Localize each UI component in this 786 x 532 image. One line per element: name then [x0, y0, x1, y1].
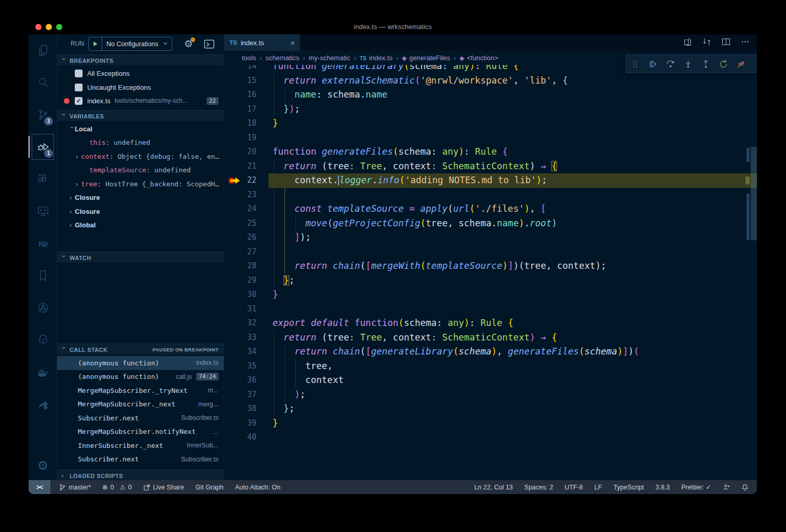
activity-item-docker[interactable] — [29, 356, 57, 388]
code-line[interactable]: 26 ]); — [224, 230, 757, 245]
code-line[interactable]: 19 — [224, 131, 757, 145]
breakpoint-checkbox[interactable] — [75, 84, 83, 91]
variable-row[interactable]: ›this: undefined — [57, 136, 224, 150]
breakpoint-row[interactable]: ✓index.tstools/schematics/my-sch...22 — [57, 94, 224, 107]
code-line[interactable]: 33 return (tree: Tree, context: Schemati… — [224, 331, 757, 345]
code-line[interactable]: 29 }; — [224, 274, 757, 288]
live-share-item[interactable]: Live Share — [143, 484, 184, 491]
activity-item-run-debug[interactable]: 1 — [29, 131, 57, 163]
activity-item-bookmarks[interactable] — [29, 260, 57, 292]
breakpoint-row[interactable]: All Exceptions — [57, 66, 224, 80]
breadcrumb-item[interactable]: schematics — [265, 54, 299, 62]
activity-item-source-control[interactable]: 3 — [29, 99, 57, 131]
variables-scope-row[interactable]: ›Closure — [57, 204, 224, 219]
breakpoint-checkbox[interactable]: ✓ — [75, 97, 83, 105]
step-out-button[interactable] — [697, 54, 714, 73]
code-line[interactable]: 31 — [224, 302, 757, 317]
code-line[interactable]: 39} — [224, 416, 757, 431]
start-debug-icon[interactable] — [89, 37, 102, 50]
code-line[interactable]: 24 const templateSource = apply(url('./f… — [224, 202, 757, 216]
code-line[interactable]: 32export default function(schema: any): … — [224, 316, 757, 331]
indentation-item[interactable]: Spaces: 2 — [524, 484, 553, 491]
call-stack-frame[interactable]: MergeMapSubscriber._tryNextm... — [57, 384, 224, 398]
problems-item[interactable]: ⊗0 ⚠0 — [102, 483, 132, 491]
settings-gear-icon[interactable]: ⚙ — [29, 454, 57, 477]
continue-button[interactable] — [644, 54, 661, 73]
restart-button[interactable] — [714, 54, 732, 73]
watch-section-header[interactable]: ›WATCH — [57, 252, 224, 263]
code-line[interactable]: 30} — [224, 288, 757, 302]
call-stack-frame[interactable]: InnerSubscriber._nextInnerSub... — [57, 439, 224, 453]
code-line[interactable]: 38 }; — [224, 402, 757, 416]
code-area[interactable]: 14function generateLibrary(schema: any):… — [224, 34, 757, 480]
breakpoint-row[interactable]: Uncaught Exceptions — [57, 80, 224, 94]
breakpoints-section-header[interactable]: ›BREAKPOINTS — [57, 54, 224, 65]
activity-item-project-share[interactable] — [29, 388, 57, 420]
call-stack-frame[interactable]: (anonymous function)call.js74:24 — [57, 370, 224, 384]
call-stack-frame[interactable]: Subscriber.nextSubscriber.ts — [57, 411, 224, 425]
auto-attach-item[interactable]: Auto Attach: On — [235, 484, 281, 491]
code-line[interactable]: 23 — [224, 188, 757, 202]
disconnect-button[interactable] — [732, 54, 750, 73]
code-line[interactable]: 36 context — [224, 373, 757, 388]
code-line[interactable]: 15 return externalSchematic('@nrwl/works… — [224, 74, 757, 88]
cursor-position-item[interactable]: Ln 22, Col 13 — [474, 484, 512, 491]
code-line[interactable]: 40 — [224, 430, 757, 445]
breadcrumb-item[interactable]: ◈<function> — [459, 54, 498, 62]
toolbar-grip-handle[interactable] — [626, 54, 644, 73]
ts-version-item[interactable]: 3.8.3 — [655, 484, 670, 491]
code-line[interactable]: 22 context.logger.info('adding NOTES.md … — [224, 173, 757, 188]
encoding-item[interactable]: UTF-8 — [564, 484, 582, 491]
debug-settings-gear-icon[interactable]: ⚙ — [182, 37, 195, 51]
code-line[interactable]: 18} — [224, 116, 757, 131]
git-graph-item[interactable]: Git Graph — [195, 484, 223, 491]
activity-item-history[interactable] — [29, 292, 57, 324]
call-stack-frame[interactable]: MergeMapSubscriber.notifyNext... — [57, 425, 224, 439]
step-into-button[interactable] — [679, 54, 697, 73]
activity-item-remote-explorer[interactable] — [29, 195, 57, 227]
git-branch-item[interactable]: master* — [59, 484, 91, 491]
activity-item-test-explorer[interactable] — [29, 324, 57, 356]
variables-scope-row[interactable]: ›Global — [57, 219, 224, 233]
activity-item-explorer[interactable] — [29, 34, 57, 66]
prettier-item[interactable]: Prettier: ✓ — [681, 483, 711, 491]
code-line[interactable]: 21 return (tree: Tree, context: Schemati… — [224, 159, 757, 174]
scrollbar-thumb[interactable] — [751, 147, 757, 240]
call-stack-frame[interactable]: (anonymous function)index.ts — [57, 356, 224, 370]
step-over-button[interactable] — [661, 54, 679, 73]
code-line[interactable]: 35 tree, — [224, 359, 757, 374]
variables-scope-row[interactable]: ›Closure — [57, 191, 224, 205]
code-line[interactable]: 17 }); — [224, 102, 757, 117]
call-stack-section-header[interactable]: ›CALL STACKPAUSED ON BREAKPOINT — [57, 344, 224, 354]
debug-console-icon[interactable] — [204, 38, 215, 50]
code-line[interactable]: 27 — [224, 245, 757, 260]
code-line[interactable]: 25 move(getProjectConfig(tree, schema.na… — [224, 216, 757, 231]
language-mode-item[interactable]: TypeScript — [613, 484, 644, 491]
breadcrumb-item[interactable]: tools — [242, 54, 256, 62]
code-line[interactable]: 37 ); — [224, 388, 757, 402]
launch-configuration-dropdown[interactable]: No Configurations — [88, 37, 172, 51]
variable-row[interactable]: ›context: Object {debug: false, en… — [57, 149, 224, 163]
loaded-scripts-section-header[interactable]: ›LOADED SCRIPTS — [57, 470, 224, 480]
breadcrumb-item[interactable]: ◈generateFiles — [402, 54, 450, 62]
code-line[interactable]: 20function generateFiles(schema: any): R… — [224, 145, 757, 159]
activity-item-search[interactable] — [29, 66, 57, 99]
remote-indicator[interactable]: >< — [29, 480, 50, 494]
call-stack-frame[interactable]: MergeMapSubscriber._nextmerg... — [57, 398, 224, 412]
breadcrumb-item[interactable]: TSindex.ts — [360, 54, 392, 62]
variables-scope-row[interactable]: ›Local — [57, 122, 224, 136]
variable-row[interactable]: ›templateSource: undefined — [57, 163, 224, 178]
activity-item-extensions[interactable] — [29, 163, 57, 195]
eol-item[interactable]: LF — [594, 484, 602, 491]
breakpoint-checkbox[interactable] — [75, 70, 83, 77]
variable-row[interactable]: ›tree: HostTree {_backend: ScopedH… — [57, 177, 224, 191]
breadcrumb-item[interactable]: my-schematic — [309, 54, 350, 62]
feedback-item[interactable] — [723, 484, 730, 491]
call-stack-frame[interactable]: Subscriber.nextSubscriber.ts — [57, 453, 224, 467]
code-line[interactable]: 28 return chain([mergeWith(templateSourc… — [224, 259, 757, 274]
activity-item-nx-console[interactable]: N≥ — [29, 227, 57, 260]
notifications-item[interactable] — [741, 484, 749, 491]
variables-section-header[interactable]: ›VARIABLES — [57, 110, 224, 121]
code-line[interactable]: 34 return chain([generateLibrary(schema)… — [224, 345, 757, 359]
code-line[interactable]: 16 name: schema.name — [224, 88, 757, 102]
